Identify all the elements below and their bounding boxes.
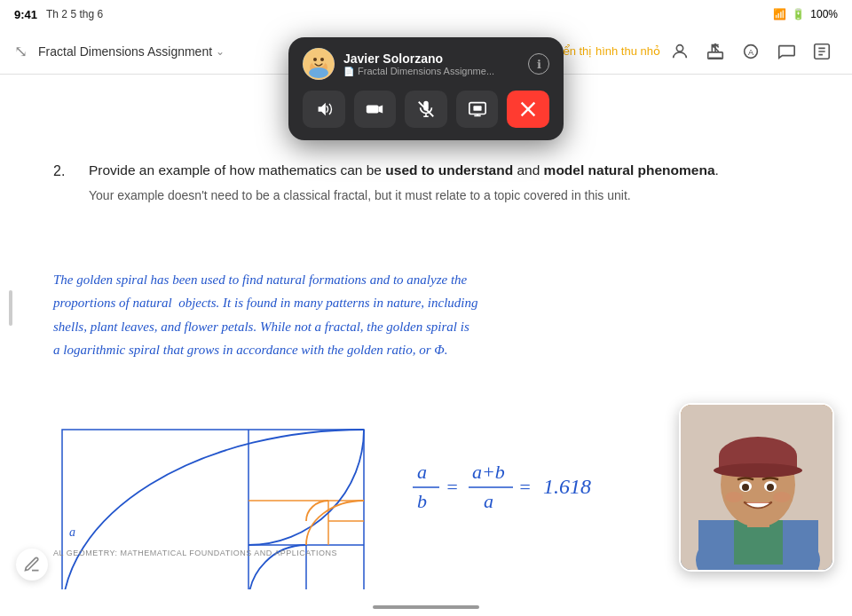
svg-point-48	[742, 484, 749, 491]
math-formula: a b = a+b a = 1.618	[408, 447, 639, 533]
pencil-tip-icon-button[interactable]: A	[735, 36, 767, 67]
handwritten-line-2: proportions of natural objects. It is fo…	[53, 291, 799, 314]
svg-point-45	[714, 463, 802, 478]
selfie-svg	[681, 405, 834, 572]
svg-point-0	[676, 44, 682, 51]
share-icon-button[interactable]	[699, 36, 731, 67]
toolbar-right: Hiển thị hình thu nhỏ A	[551, 36, 838, 67]
svg-text:a+b: a+b	[472, 461, 505, 483]
status-time: 9:41	[14, 8, 37, 21]
collapse-icon[interactable]: ⤡	[14, 42, 28, 61]
facetime-overlay: Javier Solorzano 📄 Fractal Dimensions As…	[288, 37, 564, 140]
facetime-info-button[interactable]: ℹ	[528, 53, 549, 75]
svg-text:1.618: 1.618	[543, 475, 591, 498]
svg-point-10	[309, 67, 328, 78]
selfie-video	[679, 403, 834, 572]
svg-point-9	[320, 58, 324, 61]
svg-point-49	[767, 484, 774, 491]
facetime-controls	[303, 91, 549, 128]
svg-text:=: =	[518, 476, 532, 498]
math-formula-svg: a b = a+b a = 1.618	[408, 447, 639, 527]
facetime-camera-button[interactable]	[354, 91, 397, 128]
facetime-screen-share-button[interactable]	[456, 91, 499, 128]
svg-point-8	[313, 58, 317, 61]
facetime-caller-name: Javier Solorzano	[343, 51, 519, 66]
svg-rect-15	[473, 106, 481, 111]
svg-text:a: a	[484, 490, 493, 512]
svg-point-51	[773, 492, 791, 502]
handwritten-answer: The golden spiral has been used to find …	[53, 268, 799, 361]
status-bar: 9:41 Th 2 5 thg 6 📶 🔋 100%	[0, 0, 852, 28]
facetime-speaker-button[interactable]	[303, 91, 345, 128]
svg-text:a: a	[69, 525, 75, 539]
facetime-doc-text: Fractal Dimensions Assignme...	[358, 66, 494, 76]
handwritten-line-4: a logarithmic spiral that grows in accor…	[53, 338, 799, 361]
left-sidebar-handle[interactable]	[9, 290, 12, 326]
facetime-header: Javier Solorzano 📄 Fractal Dimensions As…	[303, 48, 549, 80]
pencil-tool-button[interactable]	[16, 549, 48, 580]
book-label: AL GEOMETRY: MATHEMATICAL FOUNDATIONS AN…	[53, 549, 337, 557]
question-number: 2.	[53, 163, 65, 179]
svg-text:=: =	[446, 476, 459, 498]
status-date: Th 2 5 thg 6	[46, 8, 103, 20]
person-icon-button[interactable]	[664, 36, 696, 67]
handwritten-line-3: shells, plant leaves, and flower petals.…	[53, 315, 799, 338]
doc-title-container: Fractal Dimensions Assignment ⌄	[38, 44, 225, 59]
home-indicator	[373, 605, 479, 609]
toolbar-left: ⤡ Fractal Dimensions Assignment ⌄	[14, 42, 225, 61]
svg-rect-11	[367, 105, 379, 113]
handwritten-line-1: The golden spiral has been used to find …	[53, 268, 799, 291]
facetime-avatar	[303, 48, 335, 80]
question-subtext: Your example doesn't need to be a classi…	[89, 186, 799, 205]
doc-title-text: Fractal Dimensions Assignment	[38, 44, 212, 59]
svg-text:A: A	[748, 47, 754, 56]
doc-icon: 📄	[343, 67, 354, 76]
facetime-info: Javier Solorzano 📄 Fractal Dimensions As…	[343, 51, 519, 76]
question-text: Provide an example of how mathematics ca…	[89, 160, 799, 205]
fibonacci-diagram: a a b	[53, 421, 382, 589]
battery-icon: 🔋	[792, 8, 805, 20]
status-icons: 📶 🔋 100%	[773, 8, 838, 20]
edit-icon-button[interactable]	[806, 36, 838, 67]
battery-level: 100%	[810, 8, 838, 20]
doc-title-chevron-icon[interactable]: ⌄	[216, 45, 225, 58]
svg-point-50	[725, 492, 743, 502]
svg-rect-18	[62, 430, 364, 589]
fibonacci-svg: a a b	[53, 421, 382, 589]
bubble-icon-button[interactable]	[770, 36, 802, 67]
question-text-intro: Provide an example of how mathematics ca…	[89, 162, 719, 178]
wifi-icon: 📶	[773, 8, 786, 20]
facetime-mic-button[interactable]	[405, 91, 447, 128]
selfie-face	[681, 405, 832, 570]
svg-text:a: a	[417, 461, 427, 483]
thumbnail-button[interactable]: Hiển thị hình thu nhỏ	[551, 44, 660, 58]
facetime-doc-name: 📄 Fractal Dimensions Assignme...	[343, 66, 519, 76]
facetime-end-call-button[interactable]	[507, 91, 549, 128]
svg-text:b: b	[417, 490, 427, 512]
